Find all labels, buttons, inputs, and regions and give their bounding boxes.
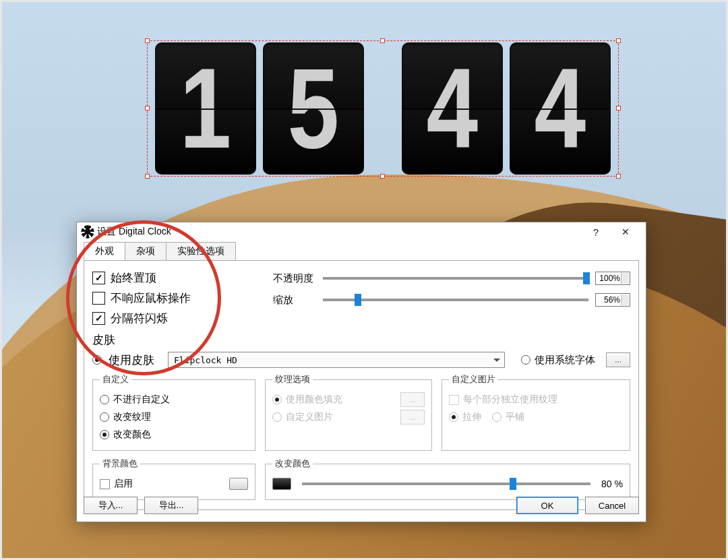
opacity-label: 不透明度 xyxy=(273,272,316,285)
ok-button[interactable]: OK xyxy=(516,497,578,514)
radio-no-custom[interactable]: 不进行自定义 xyxy=(100,391,248,408)
opacity-slider[interactable] xyxy=(323,277,588,280)
label: 每个部分独立使用纹理 xyxy=(463,394,557,406)
image-mode-row: 拉伸 平铺 xyxy=(449,408,623,426)
label: 使用系统字体 xyxy=(535,354,595,367)
radio-change-texture[interactable]: 改变纹理 xyxy=(100,408,248,426)
legend: 改变颜色 xyxy=(272,458,313,470)
legend: 自定义图片 xyxy=(449,373,498,385)
label: 不响应鼠标操作 xyxy=(111,290,191,306)
label: 使用颜色填充 xyxy=(286,394,342,406)
skin-combobox[interactable]: Flipclock HD xyxy=(168,352,505,368)
flip-clock[interactable]: 1 5 4 4 xyxy=(148,41,618,176)
zoom-label: 缩放 xyxy=(273,294,316,307)
digit: 4 xyxy=(535,52,586,165)
tab-experimental[interactable]: 实验性选项 xyxy=(166,242,236,260)
tab-panel-appearance: 始终置顶 不响应鼠标操作 分隔符闪烁 不透明度 100%▲▼ 缩放 56%▲▼ xyxy=(84,260,639,510)
zoom-row: 缩放 56%▲▼ xyxy=(273,289,630,311)
label: 分隔符闪烁 xyxy=(111,311,168,326)
zoom-spin[interactable]: 56%▲▼ xyxy=(595,293,630,307)
close-button[interactable]: ✕ xyxy=(611,226,640,237)
radio-system-font[interactable] xyxy=(521,355,530,365)
value: 100% xyxy=(599,274,620,283)
label: 自定义图片 xyxy=(286,411,333,423)
clock-selection[interactable]: 1 5 4 4 xyxy=(147,40,619,177)
pick-button: ... xyxy=(400,410,425,425)
tab-bar: 外观 杂项 实验性选项 xyxy=(84,243,639,260)
label: 不进行自定义 xyxy=(113,394,170,406)
font-picker-button[interactable]: ... xyxy=(606,352,630,367)
titlebar[interactable]: 设置 Digital Clock ? ✕ xyxy=(77,222,646,241)
label: 启用 xyxy=(114,478,133,490)
group-bgcolor: 背景颜色 启用 xyxy=(92,458,255,500)
check-per-part: 每个部分独立使用纹理 xyxy=(449,391,623,408)
tab-misc[interactable]: 杂项 xyxy=(125,242,166,260)
radio-change-color[interactable]: 改变颜色 xyxy=(100,426,248,443)
checkbox-icon[interactable] xyxy=(92,292,105,305)
group-texture: 纹理选项 使用颜色填充... 自定义图片... xyxy=(265,373,432,451)
legend: 自定义 xyxy=(100,373,131,385)
gear-icon xyxy=(82,226,93,237)
export-button[interactable]: 导出... xyxy=(144,497,198,514)
color-swatch[interactable] xyxy=(229,478,248,490)
checkbox-icon[interactable] xyxy=(92,312,105,325)
radio-custom-image: 自定义图片... xyxy=(272,408,425,426)
import-button[interactable]: 导入... xyxy=(84,497,138,514)
option-separator-blink[interactable]: 分隔符闪烁 xyxy=(92,308,261,328)
digit: 1 xyxy=(180,52,232,165)
opacity-spin[interactable]: 100%▲▼ xyxy=(595,272,630,285)
value: 56% xyxy=(604,295,620,305)
group-customize: 自定义 不进行自定义 改变纹理 改变颜色 xyxy=(92,373,255,451)
option-ignore-mouse[interactable]: 不响应鼠标操作 xyxy=(92,288,261,308)
zoom-slider[interactable] xyxy=(323,299,588,301)
group-image: 自定义图片 每个部分独立使用纹理 拉伸 平铺 xyxy=(442,373,630,451)
clock-digit: 4 xyxy=(402,42,503,175)
legend: 背景颜色 xyxy=(100,458,140,470)
radio-fill-color: 使用颜色填充... xyxy=(272,391,425,408)
label: 使用皮肤 xyxy=(109,352,154,368)
option-always-top[interactable]: 始终置顶 xyxy=(92,268,261,288)
settings-dialog: 设置 Digital Clock ? ✕ 外观 杂项 实验性选项 始终置顶 不响… xyxy=(76,222,646,522)
label: 平铺 xyxy=(506,411,524,423)
legend: 纹理选项 xyxy=(272,373,313,385)
label: 改变纹理 xyxy=(113,411,151,423)
radio-use-skin[interactable] xyxy=(92,355,102,365)
pick-button: ... xyxy=(400,392,425,407)
clock-digit: 5 xyxy=(263,42,364,175)
group-change-color: 改变颜色 80 % xyxy=(265,458,630,500)
dialog-title: 设置 Digital Clock xyxy=(97,226,171,238)
skin-section-title: 皮肤 xyxy=(92,332,630,348)
label: 始终置顶 xyxy=(111,270,156,286)
cancel-button[interactable]: Cancel xyxy=(585,497,639,514)
tab-appearance[interactable]: 外观 xyxy=(84,242,125,260)
clock-digit: 1 xyxy=(155,42,256,175)
color-value: 80 % xyxy=(601,478,623,489)
clock-digit: 4 xyxy=(510,42,611,175)
digit: 5 xyxy=(288,52,340,165)
checkbox-icon[interactable] xyxy=(100,479,110,489)
digit: 4 xyxy=(427,52,479,165)
help-button[interactable]: ? xyxy=(581,226,611,238)
dialog-footer: 导入... 导出... OK Cancel xyxy=(84,496,639,515)
opacity-row: 不透明度 100%▲▼ xyxy=(273,268,630,289)
color-slider-row: 80 % xyxy=(272,475,623,493)
color-slider[interactable] xyxy=(302,483,590,485)
value: Flipclock HD xyxy=(174,355,237,365)
checkbox-icon[interactable] xyxy=(92,272,105,284)
label: 拉伸 xyxy=(462,411,481,423)
label: 改变颜色 xyxy=(113,429,151,441)
color-swatch[interactable] xyxy=(272,478,291,490)
check-bg-enable[interactable]: 启用 xyxy=(100,475,248,493)
